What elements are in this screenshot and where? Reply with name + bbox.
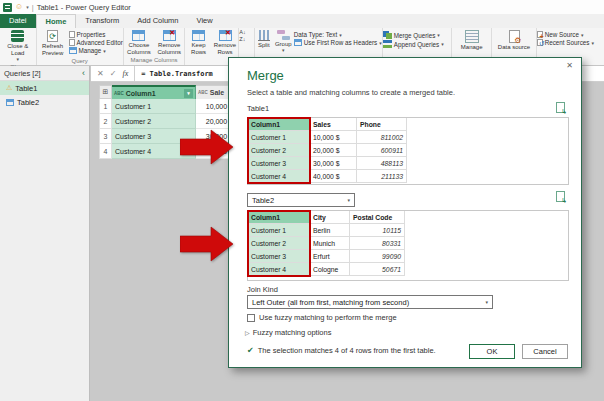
data-source-settings-button[interactable]: Data source (492, 29, 535, 51)
cell-customer[interactable]: Customer 1 (112, 99, 196, 114)
table1-key-column-header[interactable]: Column1 (248, 118, 310, 131)
table1-cell[interactable]: 211133 (357, 170, 407, 183)
advanced-editor-label: Advanced Editor (77, 39, 123, 46)
tab-transform[interactable]: Transform (76, 14, 128, 28)
group-by-button[interactable]: Group ▾ (273, 29, 294, 54)
table2-cell[interactable]: Customer 2 (248, 237, 310, 250)
feedback-smiley-icon[interactable]: ☺ (15, 3, 23, 11)
join-kind-value: Left Outer (all from first, matching fro… (252, 298, 409, 307)
refresh-preview-button[interactable]: ⟳ Refresh Preview (37, 29, 69, 57)
table2-column-header[interactable]: City (310, 211, 350, 224)
keep-rows-button[interactable]: Keep Rows (185, 29, 211, 56)
table2-cell[interactable]: Cologne (310, 263, 350, 276)
sidebar-item-table1[interactable]: ⚠ Table1 (0, 81, 89, 95)
choose-columns-button[interactable]: Choose Columns (124, 29, 154, 56)
formula-accept-button[interactable]: ✓ (110, 69, 117, 78)
remove-columns-icon (163, 30, 176, 41)
collapse-pane-icon[interactable]: ‹ (82, 68, 85, 78)
manage-parameters-button[interactable]: Manage (452, 29, 491, 51)
remove-rows-button[interactable]: Remove Rows (212, 29, 238, 56)
first-row-headers-icon (294, 39, 302, 46)
table2-cell[interactable]: Customer 3 (248, 250, 310, 263)
cell-customer[interactable]: Customer 2 (112, 114, 196, 129)
manage-parameters-label: Manage (461, 44, 483, 51)
tab-file[interactable]: Datei (0, 14, 36, 28)
close-and-load-button[interactable]: Close & Load ▾ (0, 29, 36, 63)
formula-cancel-button[interactable]: ✕ (97, 69, 104, 78)
data-preview-icon[interactable] (556, 191, 565, 202)
text-type-icon: ABC (198, 90, 208, 95)
merge-queries-button[interactable]: Merge Queries ▾ (383, 31, 444, 39)
expander-icon: ▷ (245, 329, 250, 336)
table1-cell[interactable]: Customer 1 (248, 131, 310, 144)
tab-home[interactable]: Home (36, 14, 77, 28)
use-first-row-as-headers-button[interactable]: Use First Row as Headers ▾ (294, 39, 382, 46)
append-queries-button[interactable]: Append Queries ▾ (383, 40, 444, 48)
fuzzy-matching-checkbox-row[interactable]: Use fuzzy matching to perform the merge (247, 313, 397, 322)
tab-add-column[interactable]: Add Column (128, 14, 187, 28)
table2-cell[interactable]: 99090 (350, 250, 405, 263)
ok-button[interactable]: OK (469, 344, 515, 359)
table-row[interactable]: 1 Customer 1 10,000 $ (99, 99, 236, 114)
table1-column-header[interactable]: Sales (310, 118, 357, 131)
table1-cell[interactable]: 10,000 $ (310, 131, 357, 144)
join-kind-select[interactable]: Left Outer (all from first, matching fro… (247, 295, 493, 309)
table-row[interactable]: 2 Customer 2 20,000 $ (99, 114, 236, 129)
chevron-down-icon: ▾ (591, 40, 594, 46)
table1-cell[interactable]: Customer 3 (248, 157, 310, 170)
sort-ascending-button[interactable]: A↓ (239, 29, 245, 36)
table1-cell[interactable]: Customer 4 (248, 170, 310, 183)
table2-cell[interactable]: Customer 4 (248, 263, 310, 276)
manage-label: Manage (79, 47, 102, 54)
remove-columns-button[interactable]: Remove Columns (154, 29, 184, 56)
table2-key-column-header[interactable]: Column1 (248, 211, 310, 224)
select-all-corner[interactable]: ⊞ (99, 85, 112, 99)
table1-column-header[interactable]: Phone (357, 118, 407, 131)
table1-cell[interactable]: 600911 (357, 144, 407, 157)
table1-cell[interactable]: 30,000 $ (310, 157, 357, 170)
append-queries-icon (383, 40, 392, 48)
new-source-label: New Source (545, 31, 579, 38)
sort-descending-button[interactable]: Z↓ (239, 36, 245, 43)
table1-cell[interactable]: 40,000 $ (310, 170, 357, 183)
recent-sources-button[interactable]: Recent Sources ▾ (537, 39, 594, 46)
ribbon-tab-bar: Datei Home Transform Add Column View (0, 14, 604, 28)
properties-button[interactable]: Properties (69, 31, 123, 38)
table1-cell[interactable]: Customer 2 (248, 144, 310, 157)
table2-column-header[interactable]: Postal Code (350, 211, 405, 224)
table1-cell[interactable]: 20,000 $ (310, 144, 357, 157)
table2-cell[interactable]: Erfurt (310, 250, 350, 263)
tab-view[interactable]: View (188, 14, 222, 28)
fuzzy-matching-checkbox[interactable] (247, 314, 255, 322)
formula-fx-button[interactable]: fx (122, 69, 128, 78)
quick-access-dropdown-icon[interactable]: ▾ (26, 4, 29, 10)
table2-cell[interactable]: 80331 (350, 237, 405, 250)
new-source-button[interactable]: New Source ▾ (537, 31, 594, 38)
data-preview-icon[interactable] (556, 102, 565, 113)
table2-cell[interactable]: 50671 (350, 263, 405, 276)
filter-dropdown-icon[interactable]: ▾ (184, 89, 193, 98)
group-by-icon (277, 30, 290, 40)
table1-cell[interactable]: 811002 (357, 131, 407, 144)
fuzzy-options-expander[interactable]: ▷ Fuzzy matching options (245, 328, 331, 337)
table2-select[interactable]: Table2 ▾ (247, 193, 355, 207)
advanced-editor-button[interactable]: Advanced Editor (69, 39, 123, 46)
table2-cell[interactable]: Berlin (310, 224, 350, 237)
close-icon[interactable]: ✕ (566, 61, 573, 70)
preview-column1-header[interactable]: ABC Column1 ▾ (112, 85, 196, 99)
split-label: Split (258, 42, 270, 49)
cancel-button[interactable]: Cancel (522, 344, 568, 359)
formula-input[interactable]: = Table.Transform (135, 70, 213, 78)
data-type-button[interactable]: Data Type: Text ▾ (294, 31, 382, 38)
table2-cell[interactable]: Customer 1 (248, 224, 310, 237)
table2-cell[interactable]: 10115 (350, 224, 405, 237)
manage-icon (69, 47, 77, 54)
manage-button[interactable]: Manage ▾ (69, 47, 123, 54)
table1-label: Table1 (247, 104, 269, 113)
sidebar-item-table2[interactable]: Table2 (0, 95, 89, 109)
split-column-button[interactable]: Split (255, 29, 273, 49)
table2-cell[interactable]: Munich (310, 237, 350, 250)
chevron-down-icon: ▾ (282, 48, 285, 54)
refresh-icon: ⟳ (47, 30, 58, 42)
table1-cell[interactable]: 488113 (357, 157, 407, 170)
